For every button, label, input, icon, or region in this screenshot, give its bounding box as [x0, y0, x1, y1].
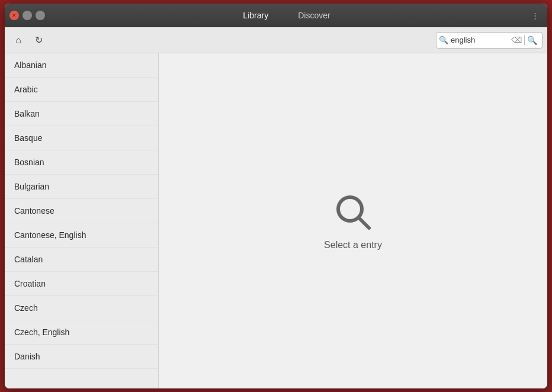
home-icon: ⌂: [15, 35, 21, 46]
titlebar-tabs: Library Discover: [229, 8, 344, 23]
list-item[interactable]: Bosnian: [5, 150, 158, 175]
refresh-icon: ↻: [35, 34, 43, 46]
select-entry-text: Select a entry: [324, 240, 382, 250]
list-item[interactable]: Cantonese, English: [5, 223, 158, 248]
list-item[interactable]: Albanian: [5, 53, 158, 78]
search-go-icon: 🔍: [527, 36, 537, 45]
search-box-icon: 🔍: [439, 36, 448, 44]
search-go-button[interactable]: 🔍: [524, 36, 540, 45]
search-clear-button[interactable]: ⌫: [510, 36, 523, 44]
window-controls: ✕: [9, 11, 45, 20]
list-item[interactable]: Bulgarian: [5, 175, 158, 199]
detail-panel: Select a entry: [159, 53, 547, 388]
home-button[interactable]: ⌂: [9, 31, 27, 49]
refresh-button[interactable]: ↻: [30, 31, 47, 49]
close-button[interactable]: ✕: [9, 11, 19, 20]
clear-icon: ⌫: [511, 36, 522, 44]
app-window: ✕ Library Discover ⋮ ⌂ ↻ 🔍: [5, 4, 547, 388]
list-item[interactable]: Cantonese: [5, 199, 158, 223]
minimize-button[interactable]: [23, 11, 32, 20]
close-icon: ✕: [12, 12, 17, 18]
svg-line-1: [359, 218, 369, 228]
list-item[interactable]: Danish: [5, 345, 158, 369]
tab-discover[interactable]: Discover: [284, 8, 344, 23]
list-item[interactable]: Catalan: [5, 248, 158, 272]
search-input[interactable]: [451, 36, 510, 44]
list-item[interactable]: Croatian: [5, 272, 158, 296]
list-item[interactable]: Balkan: [5, 102, 158, 126]
list-item[interactable]: Czech: [5, 296, 158, 320]
main-content: AlbanianArabicBalkanBasqueBosnianBulgari…: [5, 53, 547, 388]
maximize-button[interactable]: [36, 11, 45, 20]
list-panel: AlbanianArabicBalkanBasqueBosnianBulgari…: [5, 53, 159, 388]
search-box: 🔍 ⌫ 🔍: [436, 32, 543, 49]
toolbar: ⌂ ↻ 🔍 ⌫ 🔍: [5, 27, 547, 53]
menu-dots-icon: ⋮: [531, 11, 539, 20]
list-item[interactable]: Arabic: [5, 78, 158, 102]
titlebar: ✕ Library Discover ⋮: [5, 4, 547, 27]
list-item[interactable]: Basque: [5, 126, 158, 150]
menu-button[interactable]: ⋮: [528, 8, 543, 23]
search-empty-icon: [332, 191, 374, 233]
list-item[interactable]: Czech, English: [5, 320, 158, 345]
tab-library[interactable]: Library: [229, 8, 283, 23]
